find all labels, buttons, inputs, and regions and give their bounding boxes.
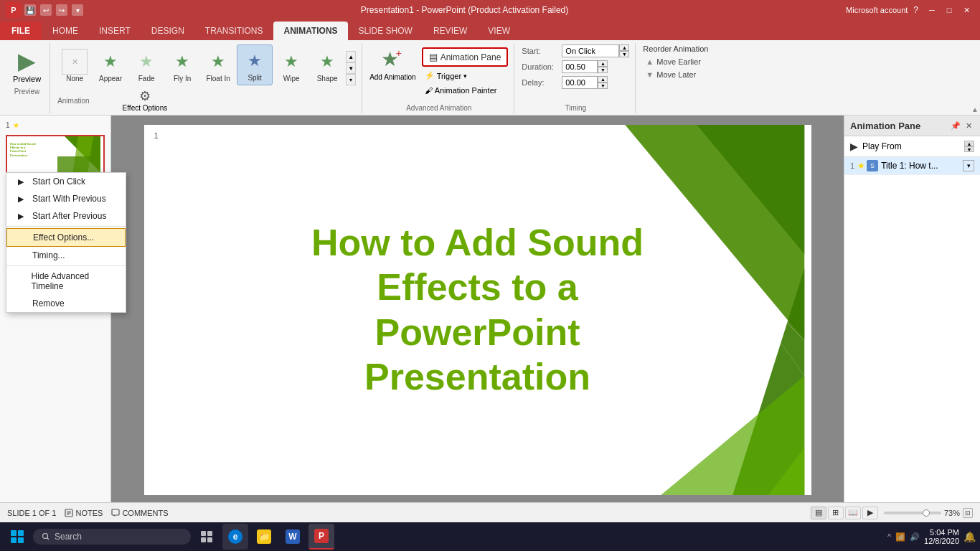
tab-file[interactable]: FILE: [0, 22, 42, 40]
minimize-button[interactable]: ─: [924, 4, 940, 17]
preview-icon: ▶: [18, 47, 36, 75]
tab-home[interactable]: HOME: [42, 22, 88, 40]
restore-button[interactable]: □: [941, 4, 957, 17]
anim-wipe[interactable]: ★ Wipe: [274, 46, 308, 85]
anim-none[interactable]: ✕ None: [57, 46, 92, 85]
ctx-start-after-previous[interactable]: ▶ Start After Previous: [6, 207, 126, 225]
tab-animations[interactable]: ANIMATIONS: [273, 22, 347, 40]
preview-button[interactable]: ▶ Preview: [10, 44, 44, 86]
timing-duration-up[interactable]: ▲: [598, 60, 608, 67]
search-bar[interactable]: Search: [33, 529, 191, 545]
slide-number-badge: 1: [151, 131, 161, 141]
animation-pane-button[interactable]: ▤ Animation Pane: [422, 47, 509, 67]
title-bar: P 💾 ↩ ↪ ▾ Presentation1 - PowerPoint (Pr…: [0, 0, 980, 20]
anim-split[interactable]: ★ Split: [237, 44, 273, 85]
tab-review[interactable]: REVIEW: [423, 22, 477, 40]
ctx-start-on-click[interactable]: ▶ Start On Click: [6, 173, 126, 190]
ctx-timing[interactable]: Timing...: [6, 247, 126, 264]
taskbar: Search e 📁 W P: [0, 522, 980, 551]
fit-to-window-button[interactable]: ⊡: [963, 508, 973, 518]
tab-insert[interactable]: INSERT: [89, 22, 141, 40]
move-later-button[interactable]: ▼ Move Later: [643, 69, 710, 80]
anim-fade[interactable]: ★ Fade: [129, 46, 164, 85]
advanced-animation-group-label: Advanced Animation: [406, 103, 471, 112]
notes-icon[interactable]: NOTES: [65, 509, 103, 517]
pane-close-button[interactable]: ✕: [963, 120, 974, 131]
tab-transitions[interactable]: TRANSITIONS: [195, 22, 273, 40]
shape-label: Shape: [317, 75, 338, 83]
play-from-button[interactable]: ▶ Play From ▲ ▼: [844, 136, 980, 157]
anim-item-dropdown[interactable]: ▾: [963, 160, 974, 171]
windows-logo: [11, 530, 24, 543]
help-icon[interactable]: ?: [913, 5, 918, 15]
undo-icon[interactable]: ↩: [40, 4, 52, 16]
timing-duration-down[interactable]: ▼: [598, 67, 608, 73]
task-view-button[interactable]: [194, 524, 220, 550]
anim-flyin[interactable]: ★ Fly In: [165, 46, 199, 85]
ribbon-collapse-button[interactable]: ▲: [971, 105, 979, 113]
slide-title[interactable]: How to Add Sound Effects to a PowerPoint…: [270, 220, 686, 400]
edge-app[interactable]: e: [222, 524, 248, 550]
system-tray: ^ 📶 🔊: [887, 532, 920, 542]
animation-item-1[interactable]: 1 ★ S Title 1: How t... ▾: [844, 157, 980, 175]
none-icon: ✕: [62, 49, 88, 75]
svg-marker-12: [113, 515, 115, 517]
group-advanced-animation: ★+ Add Animation ▤ Animation Pane ⚡: [364, 43, 514, 113]
tab-design[interactable]: DESIGN: [141, 22, 194, 40]
word-app[interactable]: W: [280, 524, 306, 550]
timing-delay-up[interactable]: ▲: [598, 76, 608, 83]
reading-view-button[interactable]: 📖: [845, 507, 861, 519]
window-controls: ─ □ ✕: [924, 4, 974, 17]
normal-view-button[interactable]: ▤: [811, 507, 826, 519]
anim-floatin[interactable]: ★ Float In: [201, 46, 235, 85]
effect-options-button[interactable]: ⚙ Effect Options: [118, 87, 172, 113]
timing-start-up[interactable]: ▲: [619, 44, 629, 51]
save-icon[interactable]: 💾: [24, 4, 36, 16]
taskbar-left: Search e 📁 W P: [4, 524, 334, 550]
zoom-thumb[interactable]: [923, 509, 930, 517]
ctx-start-with-previous[interactable]: ▶ Start With Previous: [6, 190, 126, 207]
wipe-label: Wipe: [283, 75, 300, 83]
powerpoint-icon: P: [6, 2, 22, 18]
anim-shape[interactable]: ★ Shape: [310, 46, 344, 85]
timing-delay-value[interactable]: 00.00: [562, 76, 598, 89]
clock[interactable]: 5:04 PM 12/8/2020: [924, 528, 959, 545]
pane-pin-button[interactable]: 📌: [950, 120, 961, 131]
slide-sorter-button[interactable]: ⊞: [828, 507, 844, 519]
tab-slideshow[interactable]: SLIDE SHOW: [349, 22, 423, 40]
play-scroll-up[interactable]: ▲: [964, 141, 974, 146]
slideshow-button[interactable]: ▶: [862, 507, 878, 519]
tray-up-arrow[interactable]: ^: [887, 532, 891, 541]
animation-painter-button[interactable]: 🖌 Animation Painter: [422, 85, 509, 96]
start-button[interactable]: [4, 524, 30, 550]
play-from-label: Play From: [862, 141, 902, 151]
redo-icon[interactable]: ↪: [56, 4, 67, 16]
timing-duration-value[interactable]: 00.50: [562, 60, 598, 73]
customize-icon[interactable]: ▾: [72, 4, 83, 16]
comments-icon[interactable]: COMMENTS: [111, 509, 168, 517]
add-animation-button[interactable]: ★+ Add Animation: [369, 44, 416, 81]
timing-start-value[interactable]: On Click: [562, 44, 619, 57]
shape-icon: ★: [314, 49, 340, 75]
notification-icon[interactable]: 🔔: [963, 531, 976, 542]
zoom-slider[interactable]: [884, 512, 941, 514]
files-app[interactable]: 📁: [251, 524, 277, 550]
scroll-up-arrow[interactable]: ▲: [346, 51, 356, 62]
tab-view[interactable]: VIEW: [478, 22, 520, 40]
play-scroll-down[interactable]: ▼: [964, 146, 974, 152]
close-button[interactable]: ✕: [958, 4, 974, 17]
scroll-more-arrow[interactable]: ▾: [346, 74, 356, 85]
timing-start-down[interactable]: ▼: [619, 51, 629, 57]
ctx-effect-options[interactable]: Effect Options...: [6, 228, 126, 247]
appear-label: Appear: [99, 75, 122, 83]
scroll-down-arrow[interactable]: ▼: [346, 62, 356, 74]
anim-appear[interactable]: ★ Appear: [93, 46, 128, 85]
powerpoint-app[interactable]: P: [308, 524, 334, 550]
trigger-button[interactable]: ⚡ Trigger ▾: [422, 70, 509, 82]
view-buttons: ▤ ⊞ 📖 ▶: [811, 507, 878, 519]
account-label[interactable]: Microsoft account: [846, 6, 908, 14]
ctx-remove[interactable]: Remove: [6, 295, 126, 312]
ctx-hide-timeline[interactable]: Hide Advanced Timeline: [6, 268, 126, 295]
move-earlier-button[interactable]: ▲ Move Earlier: [643, 56, 710, 67]
timing-delay-down[interactable]: ▼: [598, 83, 608, 89]
